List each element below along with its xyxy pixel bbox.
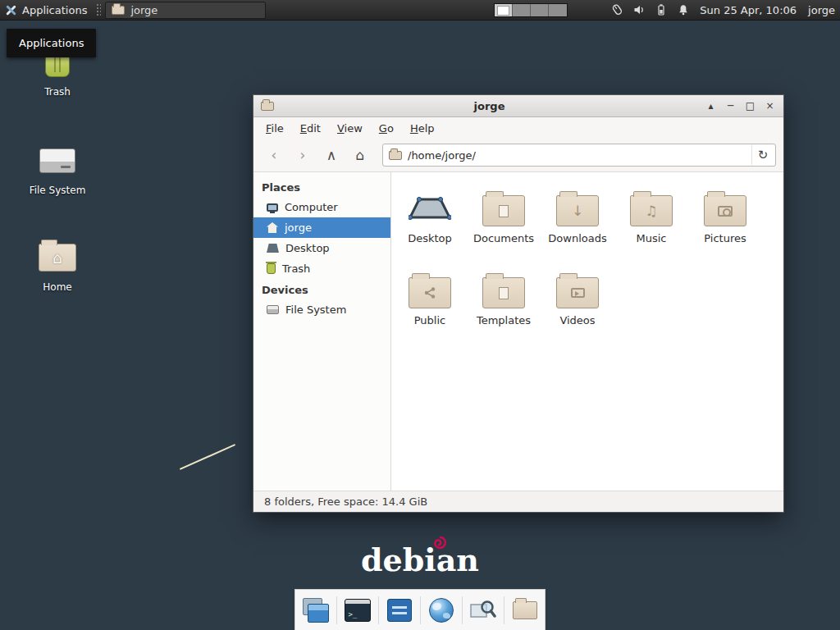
sidebar-item-label: Trash [282,262,310,275]
filesystem-drive-icon [39,148,75,173]
taskbar-button-jorge[interactable]: jorge [105,2,266,19]
sidebar-item-label: Desktop [285,242,330,254]
computer-icon [267,203,278,212]
folder-item-music[interactable]: ♫ Music [614,182,688,264]
trash-icon [267,263,276,274]
downloads-folder-icon: ↓ [556,195,599,226]
desktop-icon-label: Trash [23,86,92,98]
folder-item-desktop[interactable]: Desktop [393,182,467,264]
sidebar-item-trash[interactable]: Trash [253,258,390,279]
workspace-4[interactable] [549,4,567,16]
camera-emblem-icon [718,206,733,217]
applications-menu-button[interactable]: Applications [0,0,94,20]
folder-view[interactable]: Desktop Documents ↓ Downloads ♫ Music [391,172,783,491]
web-browser-icon[interactable] [427,595,456,626]
sidebar-item-computer[interactable]: Computer [253,197,390,217]
dock-separator [420,596,421,624]
close-button[interactable]: × [764,101,776,111]
dock-panel [294,589,546,630]
drive-icon [267,305,279,314]
devices-header: Devices [253,279,390,299]
path-folder-icon [389,151,402,160]
folder-label: Public [414,314,445,326]
desktop[interactable]: Applications jorge Sun 25 Apr, 10:06 jor… [0,0,840,630]
sidebar-item-desktop[interactable]: Desktop [253,238,390,258]
file-manager-window: jorge ▴ ─ □ × File Edit View Go Help ‹ ›… [253,94,784,513]
window-title: jorge [281,100,698,112]
battery-icon[interactable] [655,3,668,16]
show-desktop-icon[interactable] [301,595,331,626]
menu-help[interactable]: Help [402,119,443,138]
desktop-surface-icon [409,182,451,226]
folder-label: Pictures [704,232,746,244]
panel-username[interactable]: jorge [808,4,835,16]
console-icon[interactable] [385,595,414,626]
folder-label: Desktop [408,232,452,244]
folder-item-pictures[interactable]: Pictures [688,182,762,264]
applications-menu-label: Applications [22,4,87,16]
desktop-icon-home[interactable]: ⌂ Home [23,238,92,293]
home-button[interactable]: ⌂ [347,144,373,167]
window-folder-icon [261,102,274,111]
touchpad-icon[interactable] [610,3,623,16]
shade-button[interactable]: ▴ [705,101,717,111]
folder-item-videos[interactable]: Videos [541,264,614,346]
sidebar: Places Computer jorge Desktop Trash [253,172,391,491]
video-emblem-icon [571,288,585,298]
public-folder-icon [409,277,451,308]
up-button[interactable]: ∧ [318,144,345,167]
sidebar-item-jorge[interactable]: jorge [253,217,390,238]
volume-icon[interactable] [632,3,646,16]
folder-label: Downloads [548,232,606,244]
debian-logo-text: debian [361,541,479,578]
notifications-icon[interactable] [677,3,690,16]
clock[interactable]: Sun 25 Apr, 10:06 [700,4,797,16]
workspace-3[interactable] [531,4,549,16]
workspace-2[interactable] [513,4,531,16]
share-emblem-icon [423,286,436,299]
menu-edit[interactable]: Edit [292,119,329,138]
template-emblem-icon [499,287,509,299]
desktop-icon-label: File System [23,185,92,196]
panel-handle [96,3,101,16]
sidebar-item-file-system[interactable]: File System [253,299,390,320]
pictures-folder-icon [704,195,746,226]
debian-logo: debian [361,541,479,578]
path-bar[interactable]: /home/jorge/ ↻ [382,144,776,167]
dock-separator [336,596,337,624]
workspace-pager[interactable] [494,3,568,17]
window-titlebar[interactable]: jorge ▴ ─ □ × [253,95,783,117]
dock-separator [462,596,463,624]
back-button[interactable]: ‹ [261,144,287,167]
folder-item-documents[interactable]: Documents [467,182,541,264]
menu-go[interactable]: Go [371,119,402,138]
videos-folder-icon [556,277,599,308]
music-note-emblem-icon: ♫ [645,204,657,218]
dock-separator [378,596,379,624]
desktop-icon [267,244,279,253]
folder-label: Music [637,232,667,244]
statusbar: 8 folders, Free space: 14.4 GiB [253,491,783,512]
desktop-icon-file-system[interactable]: File System [23,141,92,196]
templates-folder-icon [482,277,525,308]
applications-tooltip: Applications [7,29,96,57]
reload-button[interactable]: ↻ [751,145,774,165]
download-arrow-emblem-icon: ↓ [572,204,583,218]
minimize-button[interactable]: ─ [724,101,737,111]
forward-button[interactable]: › [290,144,316,167]
maximize-button[interactable]: □ [744,101,756,111]
path-input[interactable]: /home/jorge/ [408,149,746,162]
dock-separator [504,596,504,624]
folder-item-public[interactable]: Public [393,264,467,346]
menubar: File Edit View Go Help [253,117,783,139]
workspace-1[interactable] [495,4,513,16]
folder-icon [112,6,125,15]
menu-view[interactable]: View [329,119,371,138]
menu-file[interactable]: File [258,119,292,138]
file-manager-icon[interactable] [510,595,540,626]
app-finder-icon[interactable] [468,595,498,626]
folder-item-downloads[interactable]: ↓ Downloads [541,182,614,264]
document-emblem-icon [499,205,509,217]
folder-item-templates[interactable]: Templates [467,264,541,346]
terminal-icon[interactable] [343,595,372,626]
